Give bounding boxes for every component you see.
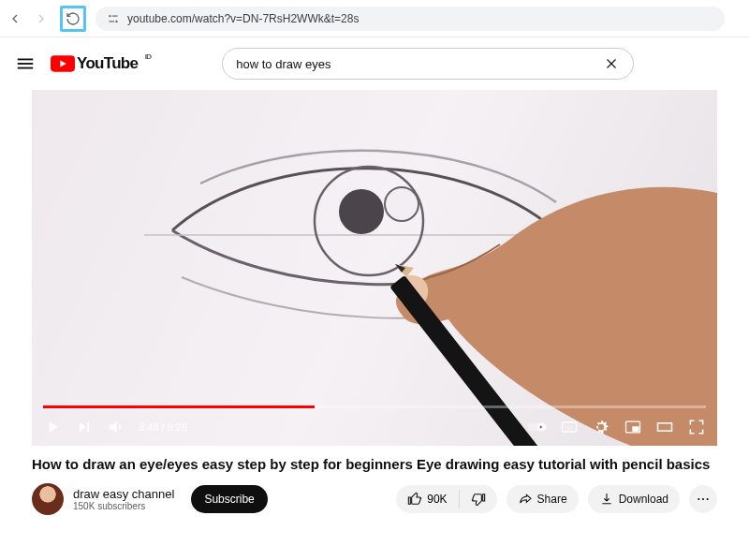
forward-icon[interactable] xyxy=(34,11,49,26)
channel-avatar[interactable] xyxy=(32,483,64,515)
browser-nav xyxy=(7,6,86,32)
volume-icon[interactable] xyxy=(107,418,125,436)
video-title: How to draw an eye/eyes easy step by ste… xyxy=(32,455,717,474)
svg-point-10 xyxy=(385,187,419,221)
search-input[interactable] xyxy=(236,57,603,71)
like-button[interactable]: 90K xyxy=(396,485,458,513)
more-icon xyxy=(696,492,711,507)
url-text: youtube.com/watch?v=DN-7RsH2WWk&t=28s xyxy=(127,12,713,25)
svg-rect-1 xyxy=(112,15,118,16)
svg-point-20 xyxy=(702,498,704,500)
share-label: Share xyxy=(537,493,567,506)
captions-icon[interactable]: CC xyxy=(560,418,579,436)
video-meta: How to draw an eye/eyes easy step by ste… xyxy=(0,446,749,515)
svg-point-9 xyxy=(339,189,384,234)
svg-rect-18 xyxy=(658,423,672,431)
fullscreen-icon[interactable] xyxy=(687,418,706,436)
youtube-play-icon xyxy=(51,55,75,72)
like-count: 90K xyxy=(427,493,447,506)
settings-icon[interactable] xyxy=(592,418,610,436)
svg-rect-5 xyxy=(18,63,34,65)
video-player[interactable]: 3:48 / 9:26 CC xyxy=(32,90,717,446)
svg-point-0 xyxy=(109,14,110,16)
thumbs-down-icon xyxy=(471,492,486,507)
download-button[interactable]: Download xyxy=(588,485,680,513)
video-surface xyxy=(32,90,717,446)
hamburger-icon[interactable] xyxy=(15,53,36,74)
progress-fill xyxy=(43,405,315,408)
play-icon[interactable] xyxy=(43,418,62,436)
download-icon xyxy=(599,492,614,507)
svg-text:CC: CC xyxy=(565,425,572,431)
share-button[interactable]: Share xyxy=(507,485,579,513)
youtube-header: YouTubeID xyxy=(0,37,749,90)
svg-rect-17 xyxy=(633,427,639,431)
time-display: 3:48 / 9:26 xyxy=(139,421,187,433)
miniplayer-icon[interactable] xyxy=(624,418,642,436)
thumbs-up-icon xyxy=(407,492,422,507)
svg-rect-6 xyxy=(18,67,34,69)
channel-subscribers: 150K subscribers xyxy=(73,501,174,511)
address-bar[interactable]: youtube.com/watch?v=DN-7RsH2WWk&t=28s xyxy=(95,7,725,31)
like-dislike-group: 90K xyxy=(396,485,496,513)
next-icon[interactable] xyxy=(75,418,94,436)
youtube-wordmark: YouTubeID xyxy=(77,54,138,73)
channel-info[interactable]: draw easy channel 150K subscribers xyxy=(73,487,174,511)
video-frame-drawing xyxy=(32,90,717,446)
theater-icon[interactable] xyxy=(655,418,674,436)
search-box[interactable] xyxy=(222,48,634,80)
video-player-container: 3:48 / 9:26 CC xyxy=(0,90,749,446)
autoplay-toggle-icon[interactable] xyxy=(528,418,547,436)
svg-rect-4 xyxy=(18,59,34,61)
share-icon xyxy=(518,492,533,507)
svg-point-2 xyxy=(115,20,117,22)
youtube-logo[interactable]: YouTubeID xyxy=(51,54,138,73)
subscribe-button[interactable]: Subscribe xyxy=(191,485,267,513)
svg-point-21 xyxy=(707,498,709,500)
progress-bar[interactable] xyxy=(43,405,706,408)
site-settings-icon[interactable] xyxy=(107,12,120,25)
browser-toolbar: youtube.com/watch?v=DN-7RsH2WWk&t=28s xyxy=(0,0,749,37)
back-icon[interactable] xyxy=(7,11,22,26)
more-actions-button[interactable] xyxy=(689,485,717,513)
clear-search-icon[interactable] xyxy=(603,55,620,72)
channel-name: draw easy channel xyxy=(73,487,174,501)
download-label: Download xyxy=(619,493,668,506)
svg-point-19 xyxy=(698,498,699,500)
svg-rect-3 xyxy=(109,21,114,22)
dislike-button[interactable] xyxy=(460,485,497,513)
player-controls: 3:48 / 9:26 CC xyxy=(32,405,717,446)
reload-icon[interactable] xyxy=(60,6,86,32)
